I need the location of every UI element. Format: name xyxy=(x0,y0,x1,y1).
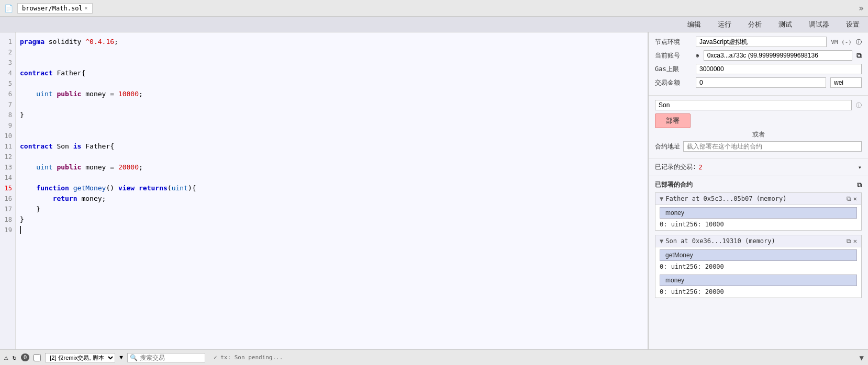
vm-label: VM (-) xyxy=(831,39,852,45)
contract-addr-label: 合约地址 xyxy=(655,142,681,151)
deployed-copy-icon[interactable]: ⧉ xyxy=(857,181,862,189)
nav-bar: 编辑 运行 分析 测试 调试器 设置 xyxy=(0,17,868,32)
deploy-button[interactable]: 部署 xyxy=(655,113,691,128)
contract-instance-father-header[interactable]: ▼ Father at 0x5c3...05b07 (memory) ⧉ ✕ xyxy=(655,193,861,205)
contract-addr-row: 合约地址 xyxy=(655,141,862,152)
son-remove-icon[interactable]: ✕ xyxy=(853,237,857,245)
refresh-icon[interactable]: ↻ xyxy=(13,353,17,361)
search-icon: 🔍 xyxy=(130,354,138,361)
nav-settings[interactable]: 设置 xyxy=(842,18,864,31)
contract-instance-father: ▼ Father at 0x5c3...05b07 (memory) ⧉ ✕ m… xyxy=(655,192,862,231)
tx-filter-select[interactable]: [2] 仅remix交易, 脚本 xyxy=(45,353,115,362)
line-numbers: 1 2 3 4 5 6 7 8 9 10 11 12 13 14 15 16 1… xyxy=(0,32,16,349)
account-row: 当前账号 ⊕ 0xca3...a733c (99.999999999996981… xyxy=(655,50,862,61)
father-instance-icons: ⧉ ✕ xyxy=(847,195,857,202)
scroll-to-bottom-icon[interactable]: ▼ xyxy=(860,353,864,362)
contract-instance-son: ▼ Son at 0xe36...19310 (memory) ⧉ ✕ getM… xyxy=(655,235,862,298)
tx-amount-label: 交易金额 xyxy=(655,78,692,87)
node-env-label: 节点环境 xyxy=(655,38,692,47)
contract-addr-input[interactable] xyxy=(683,141,862,152)
close-tab-icon[interactable]: × xyxy=(85,5,88,11)
deploy-section: Son Father ⓘ 部署 或者 合约地址 xyxy=(649,96,868,158)
code-editor[interactable]: pragma solidity ^0.4.16; contract Father… xyxy=(16,32,648,349)
expand-icon[interactable]: » xyxy=(859,3,864,13)
son-copy-icon[interactable]: ⧉ xyxy=(847,237,851,245)
son-instance-icons: ⧉ ✕ xyxy=(847,237,857,245)
father-copy-icon[interactable]: ⧉ xyxy=(847,195,851,202)
son-getmoney-result: 0: uint256: 20000 xyxy=(655,262,861,272)
tab-label: browser/Math.sol xyxy=(22,5,83,12)
search-row: 🔍 xyxy=(127,353,205,362)
father-addr-text: Father at 0x5c3...05b07 (memory) xyxy=(665,195,786,202)
son-expand-icon: ▼ xyxy=(660,237,663,245)
or-text: 或者 xyxy=(655,130,862,139)
contract-instance-son-header[interactable]: ▼ Son at 0xe36...19310 (memory) ⧉ ✕ xyxy=(655,235,861,247)
vm-info-icon: ⓘ xyxy=(856,38,862,46)
deployed-section: 已部署的合约 ⧉ ▼ Father at 0x5c3...05b07 (memo… xyxy=(649,176,868,306)
tx-header-label: 已记录的交易: xyxy=(655,163,696,172)
account-copy-icon[interactable]: ⧉ xyxy=(856,51,862,60)
status-text: ✓ tx: Son pending... xyxy=(214,354,283,361)
nav-debugger[interactable]: 调试器 xyxy=(805,18,833,31)
tx-unit-select[interactable]: wei xyxy=(830,77,862,88)
nav-analyze[interactable]: 分析 xyxy=(744,18,766,31)
contract-info-icon: ⓘ xyxy=(856,101,862,109)
tx-count: 2 xyxy=(698,164,702,171)
warning-icon: ⚠ xyxy=(4,353,8,361)
deployed-header: 已部署的合约 ⧉ xyxy=(655,180,862,189)
status-icons: ⚠ ↻ 0 [2] 仅remix交易, 脚本 ▼ xyxy=(4,353,123,362)
account-label: 当前账号 xyxy=(655,51,692,60)
node-env-select[interactable]: JavaScript虚拟机 xyxy=(696,37,827,47)
account-icon: ⊕ xyxy=(696,52,699,59)
right-panel: 节点环境 JavaScript虚拟机 VM (-) ⓘ 当前账号 ⊕ 0xca3… xyxy=(648,32,868,349)
file-icon: 📄 xyxy=(4,4,13,13)
tx-filter-checkbox[interactable] xyxy=(34,354,41,361)
son-money-btn[interactable]: money xyxy=(660,275,857,286)
son-getmoney-btn[interactable]: getMoney xyxy=(660,249,857,261)
top-bar: 📄 browser/Math.sol × » xyxy=(0,0,868,17)
tx-header: 已记录的交易: 2 ▾ xyxy=(655,163,862,172)
father-expand-icon: ▼ xyxy=(660,195,663,202)
gas-limit-label: Gas上限 xyxy=(655,65,692,74)
nav-run[interactable]: 运行 xyxy=(714,18,736,31)
tx-section: 已记录的交易: 2 ▾ xyxy=(649,158,868,176)
editor-area[interactable]: 1 2 3 4 5 6 7 8 9 10 11 12 13 14 15 16 1… xyxy=(0,32,648,349)
tab-math-sol[interactable]: browser/Math.sol × xyxy=(17,3,93,14)
tx-amount-row: 交易金额 wei xyxy=(655,77,862,88)
account-select[interactable]: 0xca3...a733c (99.99999999999698136 xyxy=(704,50,852,61)
node-env-row: 节点环境 JavaScript虚拟机 VM (-) ⓘ xyxy=(655,37,862,47)
gas-limit-input[interactable] xyxy=(696,64,862,74)
son-money-result: 0: uint256: 20000 xyxy=(655,287,861,298)
filter-dropdown-icon[interactable]: ▼ xyxy=(119,354,123,361)
tx-amount-input[interactable] xyxy=(696,77,826,88)
contract-select-row: Son Father ⓘ xyxy=(655,100,862,110)
status-bar: ⚠ ↻ 0 [2] 仅remix交易, 脚本 ▼ 🔍 ✓ tx: Son pen… xyxy=(0,349,868,365)
node-env-section: 节点环境 JavaScript虚拟机 VM (-) ⓘ 当前账号 ⊕ 0xca3… xyxy=(649,32,868,96)
son-addr-text: Son at 0xe36...19310 (memory) xyxy=(665,237,775,245)
main-layout: 1 2 3 4 5 6 7 8 9 10 11 12 13 14 15 16 1… xyxy=(0,32,868,349)
contract-select[interactable]: Son Father xyxy=(655,100,852,110)
father-remove-icon[interactable]: ✕ xyxy=(853,195,857,202)
status-count: 0 xyxy=(21,353,30,361)
nav-test[interactable]: 测试 xyxy=(774,18,796,31)
nav-edit[interactable]: 编辑 xyxy=(683,18,705,31)
gas-limit-row: Gas上限 xyxy=(655,64,862,74)
tx-expand-icon[interactable]: ▾ xyxy=(858,164,862,171)
search-input[interactable] xyxy=(140,354,203,361)
father-money-btn[interactable]: money xyxy=(660,207,857,219)
deployed-label: 已部署的合约 xyxy=(655,180,693,189)
father-money-result: 0: uint256: 10000 xyxy=(655,220,861,230)
